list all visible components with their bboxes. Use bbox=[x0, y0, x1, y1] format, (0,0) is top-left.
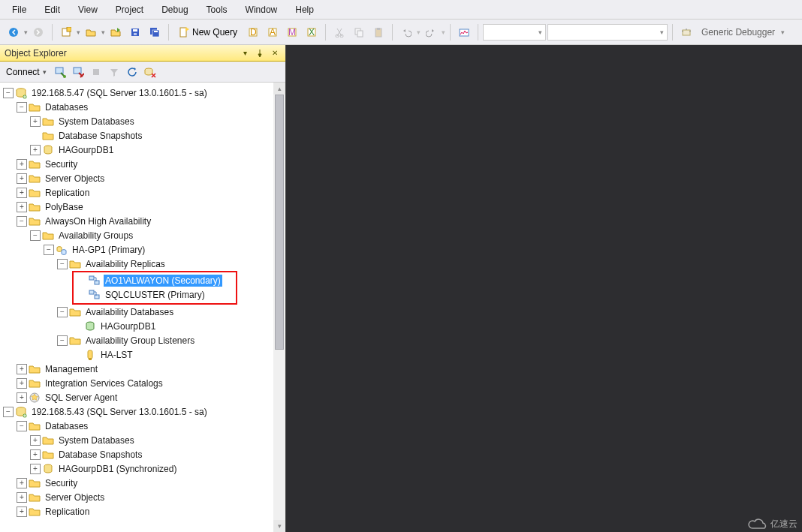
expand-icon[interactable]: + bbox=[17, 202, 27, 212]
collapse-icon[interactable]: − bbox=[30, 230, 41, 241]
alwayson-node[interactable]: −AlwaysOn High Availability bbox=[3, 214, 273, 228]
menu-edit[interactable]: Edit bbox=[35, 2, 69, 18]
polybase-node[interactable]: +PolyBase bbox=[3, 200, 273, 214]
security-node[interactable]: +Security bbox=[3, 476, 273, 490]
ae-query-button[interactable]: A bbox=[264, 23, 282, 41]
ha-gp1-node[interactable]: −HA-GP1 (Primary) bbox=[3, 242, 273, 257]
collapse-icon[interactable]: − bbox=[57, 307, 68, 317]
expand-icon[interactable]: + bbox=[17, 173, 27, 184]
expand-icon[interactable]: + bbox=[17, 364, 27, 374]
pin-icon[interactable] bbox=[254, 47, 266, 59]
replica-node-secondary[interactable]: AO1\ALWAYON (Secondary) bbox=[75, 273, 234, 287]
debugger-icon[interactable] bbox=[677, 23, 695, 41]
new-query-button[interactable]: New Query bbox=[173, 23, 243, 41]
menu-view[interactable]: View bbox=[69, 2, 107, 18]
replication-node[interactable]: +Replication bbox=[3, 185, 273, 200]
sql-agent-node[interactable]: +SQL Server Agent bbox=[3, 390, 273, 404]
menu-help[interactable]: Help bbox=[286, 2, 323, 18]
expand-icon[interactable]: + bbox=[17, 392, 27, 403]
nav-back-button[interactable] bbox=[5, 23, 23, 41]
object-explorer-tree[interactable]: −192.168.5.47 (SQL Server 13.0.1601.5 - … bbox=[0, 83, 273, 532]
collapse-icon[interactable]: − bbox=[17, 216, 27, 227]
expand-icon[interactable]: + bbox=[30, 145, 41, 155]
object-explorer-title: Object Explorer bbox=[5, 48, 67, 59]
server-objects-node[interactable]: +Server Objects bbox=[3, 171, 273, 185]
availability-database-item[interactable]: HAGourpDB1 bbox=[3, 319, 273, 333]
object-explorer-titlebar[interactable]: Object Explorer ▾ ✕ bbox=[0, 45, 285, 62]
expand-icon[interactable]: + bbox=[30, 464, 41, 474]
scroll-thumb[interactable] bbox=[275, 95, 284, 350]
expand-icon[interactable]: + bbox=[30, 116, 41, 127]
menu-project[interactable]: Project bbox=[107, 2, 152, 18]
replication-node[interactable]: +Replication bbox=[3, 504, 273, 518]
menu-debug[interactable]: Debug bbox=[152, 2, 197, 18]
connect-button[interactable]: Connect bbox=[3, 64, 50, 80]
management-node[interactable]: +Management bbox=[3, 362, 273, 376]
collapse-icon[interactable]: − bbox=[57, 259, 68, 269]
database-snapshots-node[interactable]: Database Snapshots bbox=[3, 128, 273, 143]
expand-icon[interactable]: + bbox=[30, 435, 41, 446]
scroll-track[interactable] bbox=[273, 95, 285, 520]
collapse-icon[interactable]: − bbox=[3, 407, 14, 417]
svg-rect-39 bbox=[89, 290, 94, 294]
window-position-icon[interactable]: ▾ bbox=[239, 47, 251, 59]
open-button[interactable] bbox=[82, 23, 100, 41]
close-icon[interactable]: ✕ bbox=[269, 47, 281, 59]
listener-item[interactable]: HA-LST bbox=[3, 347, 273, 362]
toolbar-separator bbox=[672, 24, 673, 41]
menu-tools[interactable]: Tools bbox=[197, 2, 237, 18]
databases-node[interactable]: −Databases bbox=[3, 419, 273, 433]
database-node[interactable]: +HAGourpDB1 bbox=[3, 143, 273, 157]
menu-file[interactable]: File bbox=[3, 2, 35, 18]
expand-icon[interactable]: + bbox=[17, 492, 27, 503]
me-query-button[interactable]: M bbox=[283, 23, 301, 41]
delete-oe-icon[interactable] bbox=[143, 65, 158, 80]
scroll-up-arrow[interactable]: ▴ bbox=[273, 83, 285, 95]
expand-icon[interactable]: + bbox=[17, 378, 27, 389]
new-project-button[interactable] bbox=[57, 23, 75, 41]
save-button[interactable] bbox=[126, 23, 144, 41]
save-all-button[interactable] bbox=[146, 23, 164, 41]
tree-label: Availability Databases bbox=[84, 306, 175, 318]
chevron-down-icon: ▾ bbox=[77, 29, 80, 36]
databases-node[interactable]: −Databases bbox=[3, 100, 273, 114]
server-node[interactable]: −192.168.5.47 (SQL Server 13.0.1601.5 - … bbox=[3, 86, 273, 100]
main-area: Object Explorer ▾ ✕ Connect −192.168.5.4… bbox=[0, 45, 802, 532]
collapse-icon[interactable]: − bbox=[57, 335, 68, 346]
server-objects-node[interactable]: +Server Objects bbox=[3, 490, 273, 504]
vertical-scrollbar[interactable]: ▴ ▾ bbox=[273, 83, 285, 532]
database-snapshots-node[interactable]: +Database Snapshots bbox=[3, 447, 273, 461]
de-query-button[interactable]: D bbox=[244, 23, 262, 41]
expand-icon[interactable]: + bbox=[17, 159, 27, 170]
system-databases-node[interactable]: +System Databases bbox=[3, 114, 273, 128]
xe-query-button[interactable]: X bbox=[303, 23, 321, 41]
refresh-oe-icon[interactable] bbox=[125, 65, 140, 80]
availability-replicas-node[interactable]: −Availability Replicas bbox=[3, 257, 273, 271]
security-node[interactable]: +Security bbox=[3, 157, 273, 171]
connect-oe-icon[interactable] bbox=[53, 65, 68, 80]
server-node[interactable]: −192.168.5.43 (SQL Server 13.0.1601.5 - … bbox=[3, 404, 273, 419]
expand-icon[interactable]: + bbox=[17, 506, 27, 517]
expand-icon[interactable]: + bbox=[30, 449, 41, 460]
availability-groups-node[interactable]: −Availability Groups bbox=[3, 228, 273, 242]
menu-window[interactable]: Window bbox=[237, 2, 287, 18]
system-databases-node[interactable]: +System Databases bbox=[3, 433, 273, 447]
availability-databases-node[interactable]: −Availability Databases bbox=[3, 305, 273, 319]
integration-services-node[interactable]: +Integration Services Catalogs bbox=[3, 376, 273, 390]
expand-icon[interactable]: + bbox=[17, 478, 27, 488]
ag-listeners-node[interactable]: −Availability Group Listeners bbox=[3, 333, 273, 347]
expand-icon[interactable]: + bbox=[17, 188, 27, 198]
replica-node-primary[interactable]: SQLCLUSTER (Primary) bbox=[75, 287, 234, 302]
database-combo[interactable] bbox=[483, 24, 546, 41]
filter-oe-icon bbox=[107, 65, 122, 80]
collapse-icon[interactable]: − bbox=[44, 245, 54, 255]
collapse-icon[interactable]: − bbox=[17, 421, 27, 431]
collapse-icon[interactable]: − bbox=[3, 88, 14, 98]
disconnect-oe-icon[interactable] bbox=[71, 65, 86, 80]
scroll-down-arrow[interactable]: ▾ bbox=[273, 520, 285, 532]
database-node[interactable]: +HAGourpDB1 (Synchronized) bbox=[3, 461, 273, 476]
activity-monitor-button[interactable] bbox=[455, 23, 473, 41]
solution-combo[interactable] bbox=[547, 24, 668, 41]
open-file-button[interactable] bbox=[107, 23, 125, 41]
collapse-icon[interactable]: − bbox=[17, 102, 27, 113]
